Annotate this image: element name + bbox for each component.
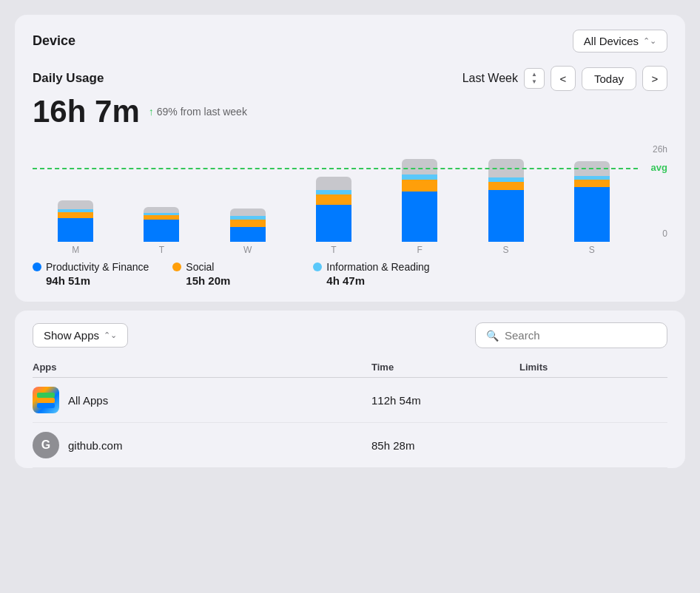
- period-stepper[interactable]: ▲ ▼: [524, 68, 545, 89]
- legend-social-name: Social: [186, 261, 214, 273]
- legend-information: Information & Reading 4h 47m: [313, 261, 429, 287]
- show-apps-label: Show Apps: [44, 329, 99, 342]
- bar-blue-F: [402, 192, 437, 242]
- show-apps-button[interactable]: Show Apps ⌃⌄: [33, 323, 128, 348]
- nav-prev-button[interactable]: <: [551, 66, 576, 91]
- day-label-S2: S: [589, 245, 595, 255]
- bar-teal-F: [402, 174, 437, 180]
- bar-orange-W: [230, 220, 266, 227]
- svg-rect-0: [37, 403, 55, 408]
- col-time: Time: [371, 362, 519, 373]
- github-initial: G: [41, 438, 50, 452]
- bar-blue-W: [230, 227, 266, 242]
- github-icon: G: [33, 432, 59, 458]
- legend-info-name: Information & Reading: [326, 261, 429, 273]
- daily-usage-label: Daily Usage: [33, 71, 104, 86]
- bar-tuesday: T: [118, 159, 204, 255]
- bar-stack-T2: [316, 177, 351, 242]
- day-label-F: F: [417, 245, 423, 255]
- chevron-right-icon: >: [652, 72, 659, 85]
- legend-row: Productivity & Finance 94h 51m Social 15…: [33, 261, 667, 287]
- bar-thursday: T: [291, 159, 377, 255]
- today-button[interactable]: Today: [582, 67, 636, 90]
- main-container: Device All Devices ⌃⌄ Daily Usage Last W…: [15, 15, 685, 468]
- legend-productivity: Productivity & Finance 94h 51m: [33, 261, 149, 287]
- legend-productivity-time: 94h 51m: [33, 274, 149, 287]
- legend-social-time: 15h 20m: [172, 274, 230, 287]
- device-label: Device: [33, 33, 75, 49]
- chevron-left-icon: <: [560, 72, 567, 85]
- svg-rect-1: [37, 398, 55, 403]
- bar-sunday: S: [549, 159, 635, 255]
- change-badge: ↑ 69% from last week: [149, 106, 247, 118]
- avg-label: avg: [651, 162, 667, 173]
- layers-svg: [36, 390, 56, 410]
- y-label-top: 26h: [638, 144, 667, 155]
- app-cell-github: G github.com: [33, 432, 371, 458]
- bar-friday: F: [377, 159, 462, 255]
- search-box[interactable]: 🔍: [475, 322, 667, 348]
- period-label: Last Week: [462, 72, 518, 85]
- all-apps-time: 112h 54m: [371, 394, 519, 407]
- day-label-S1: S: [503, 245, 509, 255]
- y-label-bottom: 0: [638, 228, 667, 239]
- svg-rect-2: [37, 393, 55, 398]
- legend-dot-orange: [172, 262, 181, 271]
- show-apps-chevron-icon: ⌃⌄: [104, 331, 117, 340]
- all-devices-button[interactable]: All Devices ⌃⌄: [573, 30, 667, 52]
- stepper-up-icon: ▲: [531, 72, 537, 78]
- period-controls: Last Week ▲ ▼ < Today >: [462, 66, 667, 91]
- all-devices-label: All Devices: [584, 35, 639, 47]
- bar-gray-M: [58, 200, 93, 209]
- chevron-updown-icon: ⌃⌄: [643, 36, 656, 46]
- usage-card: Device All Devices ⌃⌄ Daily Usage Last W…: [15, 15, 685, 302]
- bar-stack-W: [230, 209, 266, 242]
- bar-gray-W: [230, 209, 266, 216]
- bar-blue-S2: [574, 187, 610, 242]
- legend-social: Social 15h 20m: [172, 261, 230, 287]
- day-label-T2: T: [331, 245, 336, 255]
- github-time: 85h 28m: [371, 439, 519, 452]
- usage-header-row: Daily Usage Last Week ▲ ▼ < Today >: [33, 66, 667, 91]
- bar-monday: M: [33, 159, 118, 255]
- legend-productivity-name: Productivity & Finance: [46, 261, 149, 273]
- change-text: 69% from last week: [157, 106, 247, 118]
- y-axis: 26h 0: [638, 144, 667, 255]
- apps-header: Show Apps ⌃⌄ 🔍: [33, 322, 667, 348]
- table-row: All Apps 112h 54m: [33, 378, 667, 423]
- bar-orange-S1: [488, 182, 524, 190]
- bar-orange-F: [402, 180, 437, 191]
- device-row: Device All Devices ⌃⌄: [33, 30, 667, 52]
- bar-orange-S2: [574, 180, 610, 187]
- nav-next-button[interactable]: >: [642, 66, 667, 91]
- bars-row: M T: [33, 144, 667, 255]
- table-row: G github.com 85h 28m: [33, 423, 667, 468]
- bar-gray-F: [402, 159, 437, 174]
- day-label-W: W: [243, 245, 252, 255]
- bar-wednesday: W: [205, 159, 291, 255]
- bar-stack-S2: [574, 161, 610, 242]
- bar-stack-F: [402, 159, 437, 242]
- col-apps: Apps: [33, 362, 371, 373]
- bar-blue-M: [58, 218, 93, 242]
- bar-gray-T2: [316, 177, 351, 190]
- legend-info-top: Information & Reading: [313, 261, 429, 273]
- search-icon: 🔍: [486, 330, 499, 342]
- bar-blue-T1: [144, 220, 179, 242]
- apps-card: Show Apps ⌃⌄ 🔍 Apps Time Limits: [15, 311, 685, 468]
- legend-dot-blue: [33, 262, 41, 271]
- total-time-display: 16h 7m ↑ 69% from last week: [33, 94, 667, 129]
- bar-blue-T2: [316, 205, 351, 242]
- total-time-value: 16h 7m: [33, 94, 140, 129]
- day-label-T1: T: [159, 245, 164, 255]
- trend-up-icon: ↑: [149, 106, 154, 118]
- search-input[interactable]: [505, 329, 656, 342]
- bar-stack-M: [58, 200, 93, 242]
- bar-orange-M: [58, 212, 93, 218]
- legend-dot-teal: [313, 262, 322, 271]
- bar-saturday: S: [462, 159, 548, 255]
- bar-blue-S1: [488, 190, 524, 242]
- bar-stack-S1: [488, 159, 524, 242]
- bar-stack-T1: [144, 207, 179, 242]
- bar-orange-T2: [316, 194, 351, 205]
